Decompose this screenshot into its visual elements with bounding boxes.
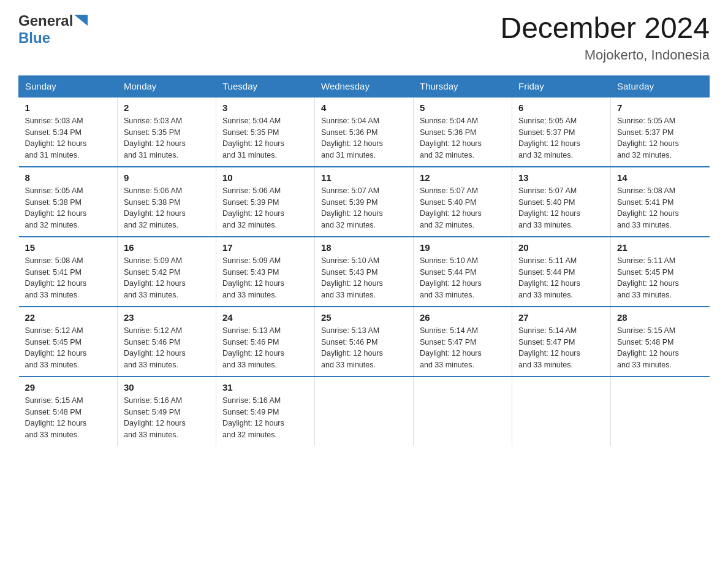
- sunrise-label: Sunrise: 5:10 AM: [420, 256, 478, 265]
- day-number: 24: [222, 312, 308, 323]
- day-info: Sunrise: 5:13 AM Sunset: 5:46 PM Dayligh…: [222, 325, 308, 371]
- calendar-cell: 17 Sunrise: 5:09 AM Sunset: 5:43 PM Dayl…: [216, 237, 315, 307]
- day-number: 8: [25, 172, 112, 183]
- daylight-label: Daylight: 12 hours: [617, 279, 679, 288]
- daylight-label: Daylight: 12 hours: [518, 279, 580, 288]
- sunset-label: Sunset: 5:36 PM: [321, 128, 377, 137]
- daylight-label: Daylight: 12 hours: [222, 279, 284, 288]
- day-number: 5: [420, 102, 506, 113]
- day-info: Sunrise: 5:05 AM Sunset: 5:37 PM Dayligh…: [518, 115, 604, 161]
- daylight-extra: and 33 minutes.: [617, 361, 672, 369]
- sunrise-label: Sunrise: 5:08 AM: [617, 186, 675, 195]
- day-info: Sunrise: 5:11 AM Sunset: 5:44 PM Dayligh…: [518, 255, 604, 301]
- sunrise-label: Sunrise: 5:09 AM: [124, 256, 182, 265]
- daylight-label: Daylight: 12 hours: [518, 209, 580, 218]
- sunrise-label: Sunrise: 5:06 AM: [222, 186, 281, 195]
- day-number: 13: [518, 172, 604, 183]
- day-number: 15: [25, 242, 112, 253]
- sunset-label: Sunset: 5:41 PM: [617, 198, 673, 207]
- sunrise-label: Sunrise: 5:11 AM: [617, 256, 675, 265]
- sunrise-label: Sunrise: 5:07 AM: [321, 186, 379, 195]
- daylight-extra: and 31 minutes.: [222, 151, 277, 159]
- daylight-extra: and 32 minutes.: [321, 221, 376, 229]
- sunset-label: Sunset: 5:34 PM: [25, 128, 82, 137]
- daylight-extra: and 33 minutes.: [321, 361, 376, 369]
- calendar-cell: 25 Sunrise: 5:13 AM Sunset: 5:46 PM Dayl…: [315, 307, 414, 377]
- calendar-cell: 9 Sunrise: 5:06 AM Sunset: 5:38 PM Dayli…: [118, 167, 216, 237]
- calendar-cell: 5 Sunrise: 5:04 AM Sunset: 5:36 PM Dayli…: [414, 97, 512, 167]
- sunset-label: Sunset: 5:35 PM: [124, 128, 180, 137]
- sunrise-label: Sunrise: 5:04 AM: [321, 117, 379, 125]
- sunset-label: Sunset: 5:46 PM: [124, 338, 180, 347]
- sunrise-label: Sunrise: 5:13 AM: [321, 326, 379, 335]
- sunrise-label: Sunrise: 5:12 AM: [25, 326, 83, 335]
- calendar-cell: 26 Sunrise: 5:14 AM Sunset: 5:47 PM Dayl…: [414, 307, 512, 377]
- day-info: Sunrise: 5:16 AM Sunset: 5:49 PM Dayligh…: [222, 395, 308, 441]
- day-number: 22: [25, 312, 112, 323]
- day-number: 23: [124, 312, 210, 323]
- day-number: 6: [518, 102, 604, 113]
- sunrise-label: Sunrise: 5:07 AM: [518, 186, 577, 195]
- sunset-label: Sunset: 5:42 PM: [124, 268, 180, 277]
- sunset-label: Sunset: 5:48 PM: [25, 408, 82, 416]
- day-number: 17: [222, 242, 308, 253]
- day-info: Sunrise: 5:07 AM Sunset: 5:40 PM Dayligh…: [420, 185, 506, 231]
- daylight-label: Daylight: 12 hours: [222, 419, 284, 427]
- calendar-cell: 6 Sunrise: 5:05 AM Sunset: 5:37 PM Dayli…: [512, 97, 611, 167]
- day-info: Sunrise: 5:04 AM Sunset: 5:36 PM Dayligh…: [420, 115, 506, 161]
- svg-marker-0: [74, 15, 88, 26]
- day-info: Sunrise: 5:07 AM Sunset: 5:40 PM Dayligh…: [518, 185, 604, 231]
- daylight-extra: and 32 minutes.: [420, 221, 474, 229]
- calendar-cell: 30 Sunrise: 5:16 AM Sunset: 5:49 PM Dayl…: [118, 377, 216, 446]
- daylight-label: Daylight: 12 hours: [617, 349, 679, 358]
- daylight-extra: and 33 minutes.: [25, 431, 80, 439]
- calendar-cell: 3 Sunrise: 5:04 AM Sunset: 5:35 PM Dayli…: [216, 97, 315, 167]
- daylight-label: Daylight: 12 hours: [321, 279, 383, 288]
- calendar-cell: 8 Sunrise: 5:05 AM Sunset: 5:38 PM Dayli…: [19, 167, 118, 237]
- sunset-label: Sunset: 5:44 PM: [518, 268, 575, 277]
- sunset-label: Sunset: 5:45 PM: [25, 338, 82, 347]
- daylight-extra: and 33 minutes.: [617, 221, 672, 229]
- daylight-extra: and 33 minutes.: [222, 361, 277, 369]
- daylight-extra: and 33 minutes.: [25, 291, 80, 299]
- day-info: Sunrise: 5:06 AM Sunset: 5:38 PM Dayligh…: [124, 185, 210, 231]
- day-info: Sunrise: 5:05 AM Sunset: 5:38 PM Dayligh…: [25, 185, 112, 231]
- sunset-label: Sunset: 5:46 PM: [222, 338, 279, 347]
- calendar-cell: 2 Sunrise: 5:03 AM Sunset: 5:35 PM Dayli…: [118, 97, 216, 167]
- calendar-cell: 31 Sunrise: 5:16 AM Sunset: 5:49 PM Dayl…: [216, 377, 315, 446]
- day-number: 9: [124, 172, 210, 183]
- sunrise-label: Sunrise: 5:05 AM: [25, 186, 83, 195]
- daylight-extra: and 33 minutes.: [617, 291, 672, 299]
- day-number: 3: [222, 102, 308, 113]
- title-section: December 2024 Mojokerto, Indonesia: [500, 12, 710, 63]
- logo: General Blue: [18, 12, 88, 47]
- day-info: Sunrise: 5:08 AM Sunset: 5:41 PM Dayligh…: [25, 255, 112, 301]
- daylight-extra: and 33 minutes.: [25, 361, 80, 369]
- sunrise-label: Sunrise: 5:05 AM: [518, 117, 577, 125]
- calendar-cell: 10 Sunrise: 5:06 AM Sunset: 5:39 PM Dayl…: [216, 167, 315, 237]
- day-info: Sunrise: 5:15 AM Sunset: 5:48 PM Dayligh…: [25, 395, 112, 441]
- day-number: 25: [321, 312, 407, 323]
- calendar-cell: 7 Sunrise: 5:05 AM Sunset: 5:37 PM Dayli…: [611, 97, 710, 167]
- sunset-label: Sunset: 5:49 PM: [124, 408, 180, 416]
- daylight-label: Daylight: 12 hours: [25, 139, 87, 148]
- day-info: Sunrise: 5:14 AM Sunset: 5:47 PM Dayligh…: [518, 325, 604, 371]
- sunrise-label: Sunrise: 5:08 AM: [25, 256, 83, 265]
- daylight-extra: and 31 minutes.: [124, 151, 178, 159]
- day-number: 30: [124, 382, 210, 393]
- calendar-cell: 15 Sunrise: 5:08 AM Sunset: 5:41 PM Dayl…: [19, 237, 118, 307]
- daylight-label: Daylight: 12 hours: [124, 419, 186, 427]
- day-info: Sunrise: 5:16 AM Sunset: 5:49 PM Dayligh…: [124, 395, 210, 441]
- calendar-week-row: 8 Sunrise: 5:05 AM Sunset: 5:38 PM Dayli…: [19, 167, 710, 237]
- day-info: Sunrise: 5:06 AM Sunset: 5:39 PM Dayligh…: [222, 185, 308, 231]
- daylight-label: Daylight: 12 hours: [124, 139, 186, 148]
- daylight-label: Daylight: 12 hours: [518, 139, 580, 148]
- daylight-label: Daylight: 12 hours: [420, 349, 482, 358]
- sunset-label: Sunset: 5:39 PM: [222, 198, 279, 207]
- header-cell-thursday: Thursday: [414, 75, 512, 97]
- daylight-extra: and 33 minutes.: [124, 431, 178, 439]
- header-row: SundayMondayTuesdayWednesdayThursdayFrid…: [19, 75, 710, 97]
- calendar-week-row: 29 Sunrise: 5:15 AM Sunset: 5:48 PM Dayl…: [19, 377, 710, 446]
- day-number: 4: [321, 102, 407, 113]
- sunrise-label: Sunrise: 5:16 AM: [124, 396, 182, 405]
